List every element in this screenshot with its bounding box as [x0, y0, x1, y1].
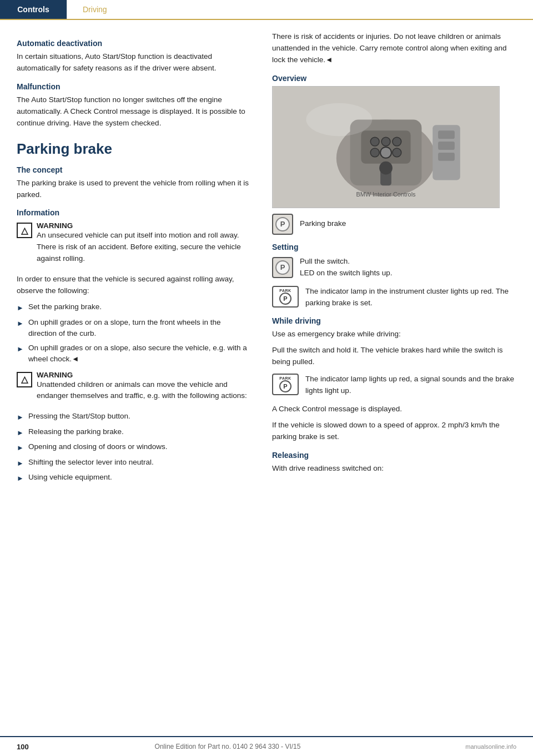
park-p-icon-2: P [279, 380, 291, 392]
malfunction-text: The Auto Start/Stop function no longer s… [17, 94, 250, 129]
list-item: ► Releasing the parking brake. [17, 426, 250, 439]
bullet-arrow-icon: ► [17, 473, 24, 484]
bullet-arrow-icon: ► [17, 303, 24, 314]
tab-driving[interactable]: Driving [67, 0, 123, 19]
releasing-text: With drive readiness switched on: [272, 463, 516, 475]
bullet-arrow-icon: ► [17, 318, 24, 329]
while-driving-indicator-row: PARK P The indicator lamp lights up red,… [272, 374, 516, 397]
while-driving-heading: While driving [272, 316, 516, 325]
warning-content-2: WARNING Unattended children or animals c… [37, 371, 250, 407]
while-driving-indicator-text: The indicator lamp lights up red, a sign… [305, 374, 516, 397]
warning-icon-1: △ [17, 223, 32, 238]
car-interior-image: BMW Interior Controls [272, 86, 500, 208]
parking-brake-heading: Parking brake [17, 140, 250, 158]
list-item: ► Set the parking brake. [17, 301, 250, 314]
list-item: ► On uphill grades or on a slope, turn t… [17, 317, 250, 340]
info-text: In order to ensure that the vehicle is s… [17, 274, 250, 297]
warning-title-1: WARNING [37, 221, 250, 230]
svg-text:BMW Interior Controls: BMW Interior Controls [356, 191, 416, 198]
overview-heading: Overview [272, 74, 516, 83]
auto-deactivation-heading: Automatic deactivation [17, 39, 250, 48]
warning-box-1: △ WARNING An unsecured vehicle can put i… [17, 221, 250, 269]
while-driving-indicator-icon: PARK P [272, 374, 299, 395]
park-indicator-icon: PARK P [272, 286, 299, 308]
park-indicator-row: PARK P The indicator lamp in the instrum… [272, 286, 516, 309]
while-driving-text-1: Use as emergency brake while driving: [272, 329, 516, 340]
p-inner-icon: P [275, 217, 290, 231]
parking-brake-icon-row: P Parking brake [272, 214, 516, 235]
page-number: 100 [17, 743, 50, 751]
warning-text-1: An unsecured vehicle can put itself into… [37, 230, 250, 265]
information-heading: Information [17, 208, 250, 217]
setting-icon-row: P Pull the switch. LED on the switch lig… [272, 256, 516, 279]
risk-text: There is risk of accidents or injuries. … [272, 31, 516, 66]
footer-center-text: Online Edition for Part no. 0140 2 964 3… [50, 743, 405, 750]
setting-button-icon: P [272, 257, 293, 278]
bullets-list-1: ► Set the parking brake. ► On uphill gra… [17, 301, 250, 365]
setting-text-2: LED on the switch lights up. [300, 268, 393, 279]
svg-point-6 [393, 137, 401, 146]
warning-text-2: Unattended children or animals can move … [37, 379, 250, 402]
bullet-arrow-icon: ► [17, 442, 24, 453]
svg-rect-13 [438, 130, 455, 139]
list-item: ► Using vehicle equipment. [17, 472, 250, 484]
bullet-arrow-icon: ► [17, 344, 24, 355]
svg-point-4 [370, 137, 379, 146]
setting-indicator-text: The indicator lamp in the instrument clu… [305, 286, 516, 309]
park-text: PARK [279, 289, 291, 293]
setting-heading: Setting [272, 243, 516, 251]
p-inner-setting-icon: P [275, 260, 290, 275]
header-tabs: Controls Driving [0, 0, 533, 20]
svg-rect-14 [438, 142, 455, 150]
bullet-arrow-icon: ► [17, 458, 24, 469]
svg-point-8 [380, 147, 391, 158]
while-driving-text-2: Pull the switch and hold it. The vehicle… [272, 345, 516, 368]
list-item: ► On uphill grades or on a slope, also s… [17, 342, 250, 365]
main-content: Automatic deactivation In certain situat… [0, 20, 533, 512]
svg-point-5 [381, 137, 390, 146]
left-column: Automatic deactivation In certain situat… [17, 31, 250, 490]
malfunction-heading: Malfunction [17, 82, 250, 91]
bullet-arrow-icon: ► [17, 412, 24, 423]
svg-rect-15 [438, 153, 455, 161]
page-footer: 100 Online Edition for Part no. 0140 2 9… [0, 736, 533, 756]
list-item: ► Pressing the Start/Stop button. [17, 411, 250, 423]
warning-content-1: WARNING An unsecured vehicle can put its… [37, 221, 250, 269]
svg-point-9 [393, 148, 401, 157]
releasing-heading: Releasing [272, 451, 516, 460]
tab-controls[interactable]: Controls [0, 0, 67, 19]
warning-icon-2: △ [17, 372, 32, 387]
parking-brake-button-icon: P [272, 214, 293, 235]
park-p-icon: P [279, 293, 291, 305]
the-concept-text: The parking brake is used to prevent the… [17, 178, 250, 201]
check-control-text: A Check Control message is displayed. [272, 404, 516, 415]
the-concept-heading: The concept [17, 165, 250, 174]
parking-brake-label: Parking brake [300, 218, 346, 230]
right-column: There is risk of accidents or injuries. … [266, 31, 516, 490]
bullets-list-2: ► Pressing the Start/Stop button. ► Rele… [17, 411, 250, 484]
svg-point-7 [370, 148, 379, 157]
park-text-2: PARK [279, 376, 291, 380]
auto-deactivation-text: In certain situations, Auto Start/Stop f… [17, 51, 250, 74]
svg-point-16 [306, 103, 372, 135]
warning-title-2: WARNING [37, 371, 250, 379]
bullet-arrow-icon: ► [17, 427, 24, 439]
list-item: ► Shifting the selector lever into neutr… [17, 457, 250, 469]
list-item: ► Opening and closing of doors or window… [17, 441, 250, 453]
warning-box-2: △ WARNING Unattended children or animals… [17, 371, 250, 407]
footer-right-text: manualsonline.info [405, 743, 516, 750]
setting-text-1: Pull the switch. [300, 256, 393, 268]
svg-point-11 [379, 162, 393, 175]
slow-down-text: If the vehicle is slowed down to a speed… [272, 420, 516, 443]
